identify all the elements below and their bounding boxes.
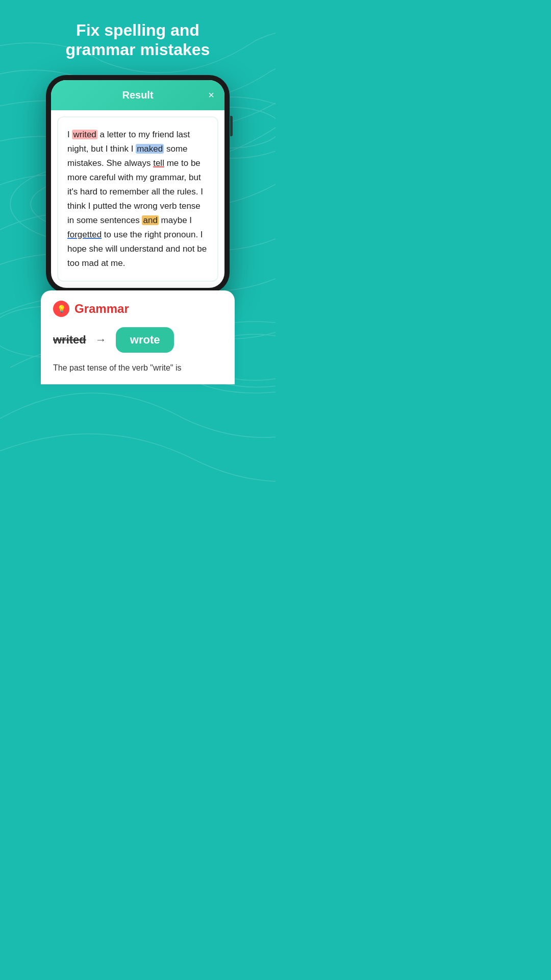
wrong-word: writed (53, 333, 86, 347)
correct-word-button[interactable]: wrote (116, 327, 174, 353)
phone-frame: Result × I writed a letter to my friend … (46, 75, 230, 293)
error-writed: writed (72, 130, 97, 139)
close-button[interactable]: × (208, 89, 214, 101)
error-and: and (142, 215, 158, 225)
grammar-label: Grammar (74, 302, 129, 316)
grammar-icon: 💡 (53, 301, 69, 317)
result-dialog-title: Result (122, 89, 153, 101)
text-body: I writed a letter to my friend last nigh… (67, 128, 208, 271)
grammar-header: 💡 Grammar (53, 301, 222, 317)
result-dialog-header: Result × (51, 80, 224, 110)
phone-wrapper: Result × I writed a letter to my friend … (0, 75, 276, 384)
arrow-icon: → (95, 333, 107, 347)
correction-row: writed → wrote (53, 327, 222, 353)
error-forgetted: forgetted (67, 230, 102, 239)
error-maked: maked (136, 144, 164, 154)
explanation-text: The past tense of the verb "write" is (53, 362, 222, 374)
error-tell: tell (153, 158, 164, 168)
grammar-panel: 💡 Grammar writed → wrote The past tense … (41, 290, 235, 384)
page-header: Fix spelling and grammar mistakes (0, 0, 276, 70)
text-content-area: I writed a letter to my friend last nigh… (57, 116, 218, 282)
page-title: Fix spelling and grammar mistakes (31, 20, 245, 60)
phone-screen: Result × I writed a letter to my friend … (51, 80, 224, 288)
